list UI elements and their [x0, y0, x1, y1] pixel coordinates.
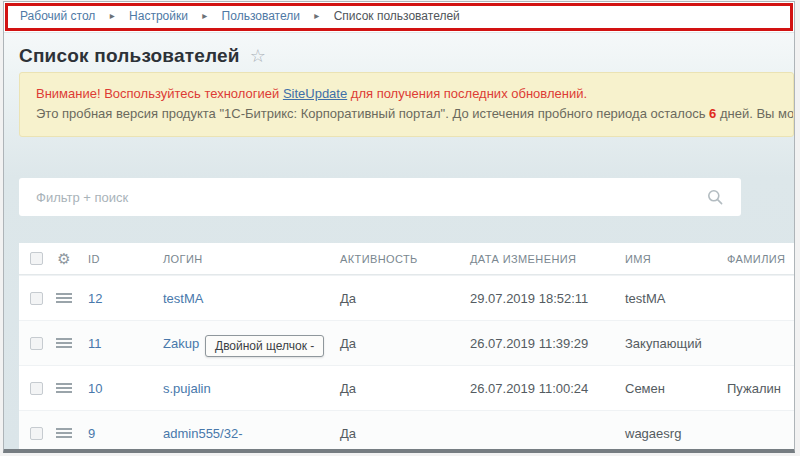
notice-update-line: Внимание! Воспользуйтесь технологией Sit… — [36, 86, 777, 101]
admin-window: Рабочий стол ▸ Настройки ▸ Пользователи … — [3, 1, 795, 453]
cell-name: Семен — [616, 381, 718, 396]
cell-active: Да — [331, 381, 461, 396]
breadcrumb-separator-icon: ▸ — [314, 10, 319, 21]
table-header-row: ⚙ ID ЛОГИН АКТИВНОСТЬ ДАТА ИЗМЕНЕНИЯ ИМЯ… — [19, 243, 794, 275]
user-table: ⚙ ID ЛОГИН АКТИВНОСТЬ ДАТА ИЗМЕНЕНИЯ ИМЯ… — [19, 243, 794, 453]
cell-name: wagaesrg — [616, 426, 718, 441]
column-header-id[interactable]: ID — [79, 253, 154, 265]
row-checkbox[interactable] — [30, 382, 43, 395]
breadcrumb-bar: Рабочий стол ▸ Настройки ▸ Пользователи … — [4, 2, 794, 33]
cell-active: Да — [331, 336, 461, 351]
siteupdate-link[interactable]: SiteUpdate — [283, 86, 347, 101]
cell-modified: 26.07.2019 11:00:24 — [461, 381, 616, 396]
column-header-modified[interactable]: ДАТА ИЗМЕНЕНИЯ — [461, 253, 616, 265]
cell-modified: 29.07.2019 18:52:11 — [461, 291, 616, 306]
row-actions-menu-icon[interactable] — [56, 338, 72, 348]
breadcrumb-item-settings[interactable]: Настройки — [129, 9, 188, 23]
breadcrumb-separator-icon: ▸ — [202, 10, 207, 21]
table-row: 10 s.pujalin Да 26.07.2019 11:00:24 Семе… — [19, 365, 794, 410]
column-header-login[interactable]: ЛОГИН — [154, 253, 331, 265]
cell-id[interactable]: 9 — [79, 426, 154, 441]
notice-trial-line: Это пробная версия продукта "1С-Битрикс:… — [36, 106, 777, 121]
row-checkbox[interactable] — [30, 337, 43, 350]
cell-active: Да — [331, 426, 461, 441]
page-header: Список пользователей ☆ — [4, 33, 794, 72]
row-actions-menu-icon[interactable] — [56, 293, 72, 303]
cell-id[interactable]: 10 — [79, 381, 154, 396]
breadcrumb-item-desktop[interactable]: Рабочий стол — [20, 9, 95, 23]
row-checkbox[interactable] — [30, 292, 43, 305]
trial-notice: Внимание! Воспользуйтесь технологией Sit… — [19, 72, 794, 137]
table-row: 11 Zakup Да 26.07.2019 11:39:29 Закупающ… — [19, 320, 794, 365]
favorite-star-icon[interactable]: ☆ — [250, 47, 266, 65]
cell-login[interactable]: testMA — [154, 291, 331, 306]
cell-active: Да — [331, 291, 461, 306]
notice-line1-suffix: для получения последних обновлений. — [347, 86, 587, 101]
cell-id[interactable]: 11 — [79, 336, 154, 351]
notice-line2-part1: Это пробная версия продукта "1С-Битрикс:… — [36, 106, 709, 121]
cell-login[interactable]: s.pujalin — [154, 381, 331, 396]
row-actions-menu-icon[interactable] — [56, 383, 72, 393]
filter-search-bar — [19, 178, 741, 216]
breadcrumb-item-user-list: Список пользователей — [334, 9, 460, 23]
notice-line1-prefix: Внимание! Воспользуйтесь технологией — [36, 86, 283, 101]
breadcrumb: Рабочий стол ▸ Настройки ▸ Пользователи … — [4, 2, 794, 31]
cell-name: Закупающий — [616, 336, 718, 351]
cell-id[interactable]: 12 — [79, 291, 154, 306]
search-input[interactable] — [19, 178, 741, 216]
column-header-active[interactable]: АКТИВНОСТЬ — [331, 253, 461, 265]
cell-lastname: Пужалин — [718, 381, 794, 396]
cell-name: testMA — [616, 291, 718, 306]
column-header-lastname[interactable]: ФАМИЛИЯ — [718, 253, 794, 265]
row-checkbox[interactable] — [30, 427, 43, 440]
column-header-name[interactable]: ИМЯ — [616, 253, 718, 265]
notice-line2-part2: дней. Вы можете купить полн — [716, 106, 794, 121]
select-all-checkbox[interactable] — [30, 252, 43, 265]
double-click-tooltip: Двойной щелчок - — [205, 335, 324, 357]
breadcrumb-item-users[interactable]: Пользователи — [222, 9, 300, 23]
table-row: 12 testMA Да 29.07.2019 18:52:11 testMA — [19, 275, 794, 320]
search-icon[interactable] — [707, 189, 723, 205]
cell-login[interactable]: admin555/32- — [154, 426, 331, 441]
table-row: 9 admin555/32- Да wagaesrg — [19, 410, 794, 453]
breadcrumb-separator-icon: ▸ — [110, 10, 115, 21]
page-title: Список пользователей — [19, 45, 240, 67]
grid-settings-gear-icon[interactable]: ⚙ — [57, 251, 70, 266]
row-actions-menu-icon[interactable] — [56, 428, 72, 438]
cell-modified: 26.07.2019 11:39:29 — [461, 336, 616, 351]
